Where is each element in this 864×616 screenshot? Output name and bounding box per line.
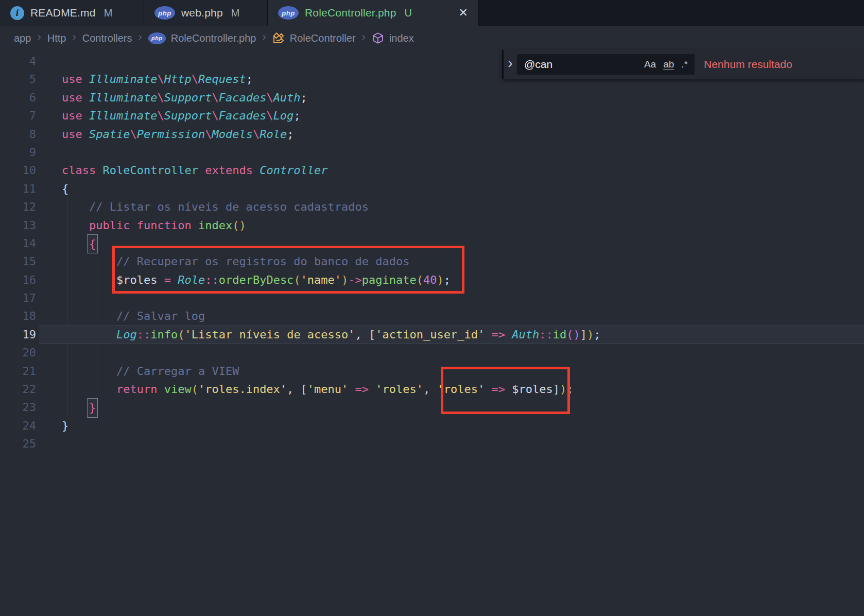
code-line-6[interactable]: 6use Illuminate\Support\Facades\Auth; bbox=[0, 89, 864, 107]
breadcrumb-class[interactable]: RoleController bbox=[290, 32, 356, 44]
code-line-18[interactable]: 18 // Salvar log bbox=[0, 307, 864, 325]
whole-word-icon[interactable]: ab bbox=[661, 58, 677, 71]
code-line-11[interactable]: 11{ bbox=[0, 180, 864, 198]
tab-title: RoleController.php bbox=[305, 7, 396, 19]
code-line-7[interactable]: 7use Illuminate\Support\Facades\Log; bbox=[0, 107, 864, 125]
php-file-icon: php bbox=[278, 6, 299, 20]
line-number: 13 bbox=[0, 216, 36, 234]
code-line-20[interactable]: 20 bbox=[0, 344, 864, 362]
close-icon[interactable]: ✕ bbox=[457, 6, 470, 20]
line-number: 6 bbox=[0, 89, 36, 107]
code-line-12[interactable]: 12 // Listar os níveis de acesso cadastr… bbox=[0, 198, 864, 216]
line-number: 21 bbox=[0, 362, 36, 380]
line-number: 7 bbox=[0, 107, 36, 125]
tab-web-php[interactable]: php web.php M bbox=[144, 0, 268, 26]
tab-bar: i README.md M php web.php M php RoleCont… bbox=[0, 0, 864, 26]
code-line-9[interactable]: 9 bbox=[0, 143, 864, 161]
line-number: 25 bbox=[0, 435, 36, 453]
chevron-right-icon: › bbox=[72, 30, 76, 44]
tab-title: web.php bbox=[181, 7, 223, 19]
line-number: 20 bbox=[0, 344, 36, 362]
git-modified-badge: M bbox=[104, 7, 113, 19]
line-number: 24 bbox=[0, 417, 36, 435]
line-number: 10 bbox=[0, 161, 36, 179]
match-case-icon[interactable]: Aa bbox=[642, 58, 659, 71]
search-input[interactable]: @can Aa ab .* bbox=[517, 54, 695, 75]
breadcrumb-controllers[interactable]: Controllers bbox=[82, 32, 132, 44]
line-number: 17 bbox=[0, 289, 36, 307]
git-untracked-badge: U bbox=[405, 7, 412, 19]
git-modified-badge: M bbox=[231, 7, 240, 19]
code-line-23[interactable]: 23 } bbox=[0, 398, 864, 416]
vscode-window: i README.md M php web.php M php RoleCont… bbox=[0, 0, 864, 616]
chevron-right-icon: › bbox=[262, 30, 266, 44]
line-number: 14 bbox=[0, 234, 36, 252]
php-file-icon: php bbox=[154, 6, 175, 20]
tab-rolecontroller-php[interactable]: php RoleController.php U ✕ bbox=[268, 0, 479, 26]
line-number: 18 bbox=[0, 307, 36, 325]
breadcrumb: app › Http › Controllers › php RoleContr… bbox=[0, 26, 864, 50]
toggle-replace-chevron-icon[interactable]: › bbox=[504, 55, 517, 74]
breadcrumb-method[interactable]: index bbox=[389, 32, 414, 44]
line-number: 12 bbox=[0, 198, 36, 216]
annotation-rectangle-2 bbox=[441, 367, 570, 414]
line-number: 9 bbox=[0, 143, 36, 161]
tab-title: README.md bbox=[30, 7, 96, 19]
code-line-19[interactable]: 19 Log::info('Listar níveis de acesso', … bbox=[0, 326, 864, 344]
line-number: 8 bbox=[0, 125, 36, 143]
symbol-method-cube-icon bbox=[372, 32, 384, 44]
symbol-class-icon bbox=[272, 32, 285, 44]
chevron-right-icon: › bbox=[138, 30, 142, 44]
breadcrumb-app[interactable]: app bbox=[14, 32, 31, 44]
code-line-24[interactable]: 24} bbox=[0, 417, 864, 435]
code-editor[interactable]: 45use Illuminate\Http\Request;6use Illum… bbox=[0, 50, 864, 616]
line-number: 11 bbox=[0, 180, 36, 198]
line-number: 22 bbox=[0, 380, 36, 398]
search-query[interactable]: @can bbox=[524, 58, 640, 71]
php-file-icon: php bbox=[148, 32, 166, 44]
line-number: 23 bbox=[0, 398, 36, 416]
line-number: 16 bbox=[0, 271, 36, 289]
chevron-right-icon: › bbox=[37, 30, 41, 44]
code-line-10[interactable]: 10class RoleController extends Controlle… bbox=[0, 161, 864, 179]
code-line-13[interactable]: 13 public function index() bbox=[0, 216, 864, 234]
breadcrumb-file[interactable]: RoleController.php bbox=[171, 32, 256, 44]
code-line-22[interactable]: 22 return view('roles.index', ['menu' =>… bbox=[0, 380, 864, 398]
find-widget: › @can Aa ab .* Nenhum resultado bbox=[502, 50, 864, 79]
line-number: 5 bbox=[0, 70, 36, 88]
line-number: 19 bbox=[0, 326, 36, 344]
regex-icon[interactable]: .* bbox=[679, 58, 690, 71]
search-result-count: Nenhum resultado bbox=[704, 58, 792, 71]
chevron-right-icon: › bbox=[362, 30, 366, 44]
code-line-21[interactable]: 21 // Carregar a VIEW bbox=[0, 362, 864, 380]
breadcrumb-http[interactable]: Http bbox=[47, 32, 66, 44]
info-file-icon: i bbox=[10, 6, 24, 20]
tab-readme[interactable]: i README.md M bbox=[0, 0, 144, 26]
annotation-rectangle-1 bbox=[112, 246, 464, 294]
code-line-25[interactable]: 25 bbox=[0, 435, 864, 453]
code-line-8[interactable]: 8use Spatie\Permission\Models\Role; bbox=[0, 125, 864, 143]
line-number: 15 bbox=[0, 252, 36, 270]
line-number: 4 bbox=[0, 52, 36, 70]
